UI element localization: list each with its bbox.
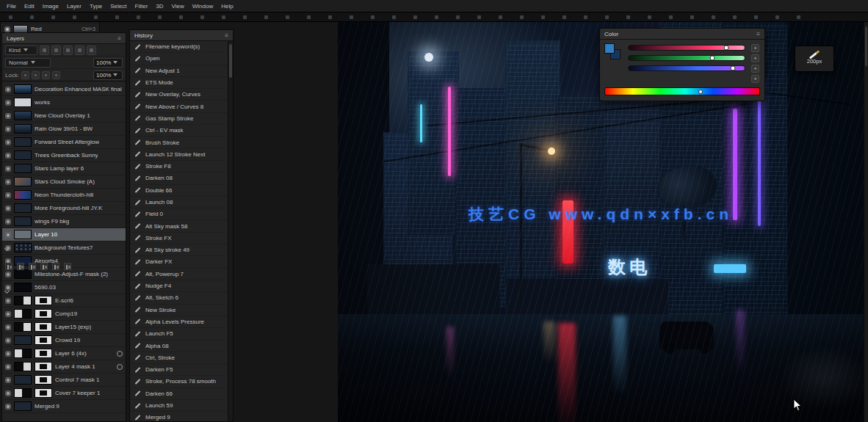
history-step[interactable]: New Overlay, Curves — [130, 89, 228, 101]
toolbar-icon[interactable] — [690, 15, 694, 19]
visibility-toggle-icon[interactable] — [5, 338, 11, 343]
history-step[interactable]: Alt, Sketch 6 — [130, 292, 228, 304]
menu-item[interactable]: Edit — [24, 3, 35, 10]
layer-mask-thumbnail[interactable] — [35, 388, 52, 398]
layer-mask-thumbnail[interactable] — [35, 349, 52, 358]
layer-row[interactable]: Comp19 — [2, 308, 126, 321]
visibility-toggle-icon[interactable] — [5, 100, 11, 106]
toolbar-icon[interactable] — [222, 15, 225, 19]
layer-thumbnail[interactable] — [14, 362, 32, 371]
slider-knob[interactable] — [723, 46, 728, 51]
toolbar-icon[interactable] — [669, 15, 673, 19]
visibility-toggle-icon[interactable] — [5, 298, 11, 304]
toolbar-icon[interactable] — [350, 15, 353, 19]
slider-knob[interactable] — [731, 66, 736, 71]
history-step[interactable]: Darken 08 — [130, 172, 228, 184]
layer-thumbnail[interactable] — [14, 164, 32, 173]
toolbar-icon[interactable] — [435, 15, 438, 19]
history-step[interactable]: Double 66 — [130, 185, 228, 197]
toolbar-icon[interactable] — [137, 15, 140, 19]
lock-pixels-icon[interactable] — [32, 71, 40, 79]
layer-thumbnail[interactable] — [14, 150, 32, 160]
toolbar-icon[interactable] — [754, 15, 758, 19]
spectrum-ramp[interactable] — [604, 87, 760, 95]
layer-mask-thumbnail[interactable] — [35, 309, 52, 319]
toolbar-icon[interactable] — [456, 15, 460, 19]
menu-item[interactable]: Select — [110, 3, 126, 10]
layer-row[interactable]: Layer 6 (4x) — [2, 347, 126, 360]
foreground-color-swatch[interactable] — [604, 43, 615, 54]
align-right-icon[interactable] — [29, 263, 36, 270]
toolbar-icon[interactable] — [712, 15, 715, 19]
visibility-toggle-icon[interactable] — [5, 364, 11, 370]
layer-row[interactable]: works — [2, 96, 126, 109]
fill-field[interactable]: 100% — [93, 70, 123, 80]
layer-thumbnail[interactable] — [14, 243, 32, 252]
layer-row[interactable]: Layer 4 mask 1 — [2, 360, 126, 374]
layer-row[interactable]: More Foreground-hill JY.K — [2, 202, 126, 215]
toolbar-icon[interactable] — [286, 15, 289, 19]
menu-item[interactable]: 3D — [156, 3, 163, 10]
toolbar-icon[interactable] — [30, 15, 34, 19]
history-step[interactable]: Launch F5 — [130, 328, 228, 340]
add-swatch-icon[interactable]: + — [751, 54, 759, 62]
history-step[interactable]: ETS Mode — [130, 77, 228, 89]
history-step[interactable]: Filename keyword(s) — [130, 41, 228, 53]
layer-row[interactable]: Decoration Enhanced MASK final — [2, 83, 126, 96]
smart-object-filter-icon[interactable] — [87, 46, 96, 55]
color-slider-R[interactable] — [628, 45, 745, 51]
toolbar-icon[interactable] — [499, 15, 502, 19]
layer-mask-thumbnail[interactable] — [35, 335, 52, 345]
color-panel-tab[interactable]: Color ≡ — [600, 29, 764, 40]
toolbar-icon[interactable] — [9, 15, 12, 19]
lock-all-icon[interactable] — [52, 71, 60, 79]
layer-thumbnail[interactable] — [14, 124, 32, 134]
toolbar-icon[interactable] — [158, 15, 162, 19]
menu-item[interactable]: Layer — [67, 3, 82, 10]
toolbar-icon[interactable] — [626, 15, 630, 19]
visibility-toggle-icon[interactable] — [5, 272, 11, 277]
layer-thumbnail[interactable] — [14, 322, 32, 332]
history-step[interactable]: Open — [130, 53, 228, 65]
layer-row[interactable]: Stars Lamp layer 6 — [2, 162, 126, 175]
history-panel-tab[interactable]: History ≡ — [130, 30, 233, 41]
visibility-toggle-icon[interactable] — [5, 192, 11, 198]
layer-row[interactable]: Neon Thundercloth-hill — [2, 189, 126, 202]
toolbar-icon[interactable] — [94, 15, 98, 19]
toolbar-icon[interactable] — [243, 15, 247, 19]
layer-thumbnail[interactable] — [14, 217, 32, 226]
layer-mask-thumbnail[interactable] — [35, 296, 52, 305]
toolbar-icon[interactable] — [584, 15, 587, 19]
visibility-toggle-icon[interactable] — [5, 153, 11, 159]
history-step[interactable]: Launch 08 — [130, 197, 228, 208]
layer-row[interactable]: Merged 9 — [2, 400, 126, 413]
toolbar-icon[interactable] — [115, 15, 119, 19]
layer-thumbnail[interactable] — [14, 388, 32, 398]
layer-thumbnail[interactable] — [14, 111, 32, 120]
layer-row[interactable]: Control 7 mask 1 — [2, 374, 126, 387]
pixel-filter-icon[interactable] — [40, 46, 49, 55]
toolbar-icon[interactable] — [648, 15, 651, 19]
visibility-toggle-icon[interactable] — [5, 324, 11, 330]
layer-thumbnail[interactable] — [14, 296, 32, 305]
layer-row[interactable]: Stars Cloud Smoke (A) — [2, 175, 126, 189]
visibility-toggle-icon[interactable] — [5, 166, 11, 172]
history-step[interactable]: Darker FX — [130, 256, 228, 268]
layer-thumbnail[interactable] — [14, 335, 32, 345]
visibility-toggle-icon[interactable] — [5, 311, 11, 317]
color-slider-G[interactable] — [628, 55, 745, 61]
history-step[interactable]: Launch 59 — [130, 400, 228, 412]
visibility-toggle-icon[interactable] — [5, 219, 11, 225]
layer-fx-badge[interactable] — [117, 364, 123, 370]
layer-row[interactable]: E-scrl6 — [2, 294, 126, 308]
history-step[interactable]: Launch 12 Stroke Next — [130, 149, 228, 161]
visibility-toggle-icon[interactable] — [5, 351, 11, 357]
toolbar-icon[interactable] — [477, 15, 481, 19]
history-step[interactable]: Stroke F8 — [130, 161, 228, 172]
toolbar-icon[interactable] — [264, 15, 268, 19]
color-slider-B[interactable] — [628, 65, 745, 71]
visibility-toggle-icon[interactable] — [5, 232, 11, 238]
align-center-h-icon[interactable] — [17, 263, 24, 270]
spectrum-knob[interactable] — [698, 90, 703, 94]
align-left-icon[interactable] — [5, 263, 12, 270]
